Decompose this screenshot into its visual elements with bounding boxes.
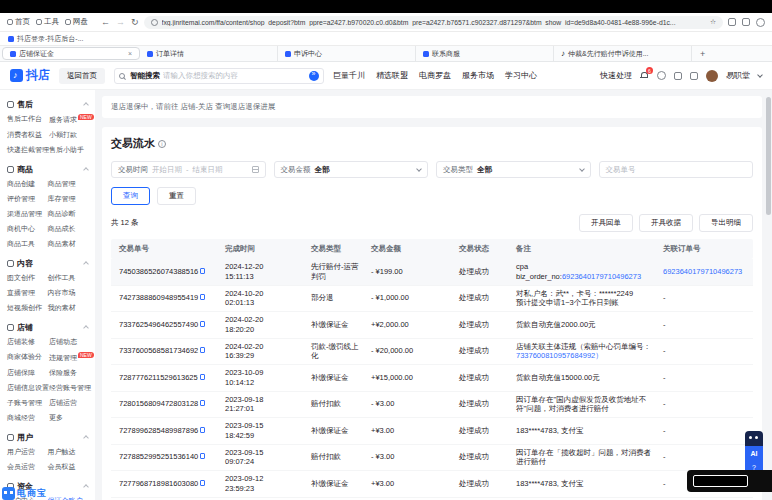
sidebar-section-用户[interactable]: 用户 (0, 428, 95, 446)
sidebar-item-图文创作[interactable]: 图文创作 (7, 273, 48, 283)
url-bar[interactable]: fxg.jinritemai.com/ffa/content/shop_depo… (144, 16, 723, 29)
order-no-input[interactable]: 交易单号 (599, 161, 754, 178)
sidebar-item-库存管理[interactable]: 库存管理 (48, 194, 89, 204)
sidebar-item-评价管理[interactable]: 评价管理 (7, 194, 48, 204)
search-submit-icon[interactable] (309, 71, 319, 81)
sidebar-item-更多[interactable]: 更多 (49, 413, 94, 423)
sidebar-item-消费者权益[interactable]: 消费者权益 (7, 130, 49, 140)
sidebar-item-服务请求[interactable]: 服务请求NEW (49, 114, 94, 125)
sidebar-item-店铺装修[interactable]: 店铺装修 (7, 337, 49, 347)
date-range-picker[interactable]: 交易时间 开始日期 - 结束日期 (111, 161, 266, 178)
sidebar-item-店铺信息设置[interactable]: 店铺信息设置 (7, 383, 49, 393)
nav-item-服务市场[interactable]: 服务市场 (462, 70, 494, 81)
forward-icon[interactable]: → (116, 17, 125, 27)
profile-icon[interactable] (756, 18, 765, 27)
quick-handle-button[interactable]: 快速处理 (600, 70, 632, 81)
sidebar-item-我的素材[interactable]: 我的素材 (48, 303, 89, 313)
new-tab-button[interactable]: + (692, 46, 713, 61)
sidebar-item-违规管理[interactable]: 违规管理NEW (49, 352, 94, 363)
sidebar-item-短视频创作[interactable]: 短视频创作 (7, 303, 48, 313)
sidebar-item-用户触达[interactable]: 用户触达 (48, 447, 89, 457)
sidebar-section-商品[interactable]: 商品 (0, 160, 95, 178)
back-home-button[interactable]: 返回首页 (59, 68, 105, 84)
sidebar-item-用户运营[interactable]: 用户运营 (7, 447, 48, 457)
browser-menu-item[interactable]: 首页 (7, 17, 30, 27)
bookmark-item[interactable]: 抖店登录-抖店后台-... (17, 34, 84, 44)
copy-icon[interactable] (200, 453, 205, 459)
sidebar-item-商品管理[interactable]: 商品管理 (48, 179, 89, 189)
sidebar-item-店铺运营[interactable]: 店铺运营 (49, 398, 94, 408)
search-input[interactable]: 智能搜索 请输入你想搜索的内容 (114, 68, 324, 84)
action-button-开具回单[interactable]: 开具回单 (579, 214, 633, 232)
copy-icon[interactable] (200, 294, 205, 300)
back-icon[interactable]: ← (101, 17, 110, 27)
extensions-icon[interactable] (742, 18, 750, 26)
remark-link[interactable]: 7337600810957684992） (516, 351, 603, 360)
sidebar-section-店铺[interactable]: 店铺 (0, 318, 95, 336)
sidebar-item-商家体验分[interactable]: 商家体验分 (7, 352, 49, 363)
sidebar-item-商品诊断[interactable]: 商品诊断 (48, 209, 89, 219)
browser-tab[interactable]: 订单详情 (140, 46, 278, 61)
page-scrollbar[interactable] (766, 92, 771, 500)
overlay-input[interactable] (693, 475, 748, 487)
sidebar-item-商城经营[interactable]: 商城经营 (7, 413, 49, 423)
browser-tab[interactable]: 联系商服 (416, 46, 554, 61)
copy-icon[interactable] (200, 268, 205, 274)
sidebar-item-保证金账户[interactable]: 保证金账户 (48, 496, 89, 500)
sidebar-item-渠道品管理[interactable]: 渠道品管理 (7, 209, 48, 219)
sidebar-item-售后工作台[interactable]: 售后工作台 (7, 114, 49, 125)
sidebar-item-经营账号管理[interactable]: 经营账号管理 (49, 383, 94, 393)
browser-tab[interactable]: 店铺保证金× (2, 47, 140, 60)
sidebar-item-会员权益[interactable]: 会员权益 (48, 462, 89, 472)
sidebar-item-内容市场[interactable]: 内容市场 (48, 288, 89, 298)
type-filter-select[interactable]: 交易类型 全部 (436, 161, 591, 178)
reset-button[interactable]: 重置 (157, 187, 196, 205)
tune-icon[interactable] (151, 19, 158, 26)
download-icon[interactable] (674, 72, 682, 80)
copy-icon[interactable] (200, 321, 205, 327)
sidebar-item-店铺动态[interactable]: 店铺动态 (49, 337, 94, 347)
related-order-link[interactable]: 6923640179710496273 (663, 267, 742, 276)
sidebar-item-商品创建[interactable]: 商品创建 (7, 179, 48, 189)
nav-item-学习中心[interactable]: 学习中心 (505, 70, 537, 81)
action-button-导出明细[interactable]: 导出明细 (699, 214, 753, 232)
browser-menu-item[interactable]: 工具 (36, 17, 59, 27)
browser-menu-item[interactable]: 网盘 (65, 17, 88, 27)
ai-button[interactable]: AI (745, 446, 763, 460)
sidebar-item-创作工具[interactable]: 创作工具 (48, 273, 89, 283)
sidebar-item-直播管理[interactable]: 直播管理 (7, 288, 48, 298)
bookmark-star-icon[interactable]: ☆ (710, 18, 716, 26)
reload-icon[interactable]: ↻ (131, 17, 139, 27)
sidebar-item-小额打款[interactable]: 小额打款 (49, 130, 94, 140)
nav-item-巨量千川[interactable]: 巨量千川 (333, 70, 365, 81)
scrollbar-thumb[interactable] (766, 97, 771, 215)
sidebar-section-内容[interactable]: 内容 (0, 254, 95, 272)
copy-icon[interactable] (200, 427, 205, 433)
action-button-开具收据[interactable]: 开具收据 (639, 214, 693, 232)
copy-icon[interactable] (200, 347, 205, 353)
sidebar-item-子账号管理[interactable]: 子账号管理 (7, 398, 49, 408)
panel-icon[interactable] (728, 18, 736, 26)
sidebar-item-售后小助手[interactable]: 售后小助手 (49, 145, 94, 155)
browser-tab[interactable]: ♪仲裁&先行赔付申诉使用... (554, 46, 692, 61)
apps-grid-icon[interactable] (690, 72, 698, 80)
sidebar-item-商品工具[interactable]: 商品工具 (7, 239, 48, 249)
sidebar-section-售后[interactable]: 售后 (0, 95, 95, 113)
nav-item-电商罗盘[interactable]: 电商罗盘 (419, 70, 451, 81)
amount-filter-select[interactable]: 交易金额 全部 (274, 161, 429, 178)
info-icon[interactable]: i (158, 140, 166, 148)
app-logo[interactable]: 抖店 (10, 67, 50, 84)
sidebar-item-商品成长[interactable]: 商品成长 (48, 224, 89, 234)
copy-icon[interactable] (200, 374, 205, 380)
robot-icon[interactable] (745, 431, 763, 446)
notifications-bell-icon[interactable]: 6 (640, 71, 649, 80)
sidebar-item-商机中心[interactable]: 商机中心 (7, 224, 48, 234)
avatar[interactable] (706, 70, 718, 82)
sidebar-item-商品素材[interactable]: 商品素材 (48, 239, 89, 249)
sidebar-item-保险服务[interactable]: 保险服务 (49, 368, 94, 378)
sidebar-item-店铺保障[interactable]: 店铺保障 (7, 368, 49, 378)
nav-item-精选联盟[interactable]: 精选联盟 (376, 70, 408, 81)
remark-link[interactable]: 6923640179710496273 (562, 272, 641, 281)
browser-tab[interactable]: 申诉中心 (278, 46, 416, 61)
copy-icon[interactable] (200, 480, 205, 486)
